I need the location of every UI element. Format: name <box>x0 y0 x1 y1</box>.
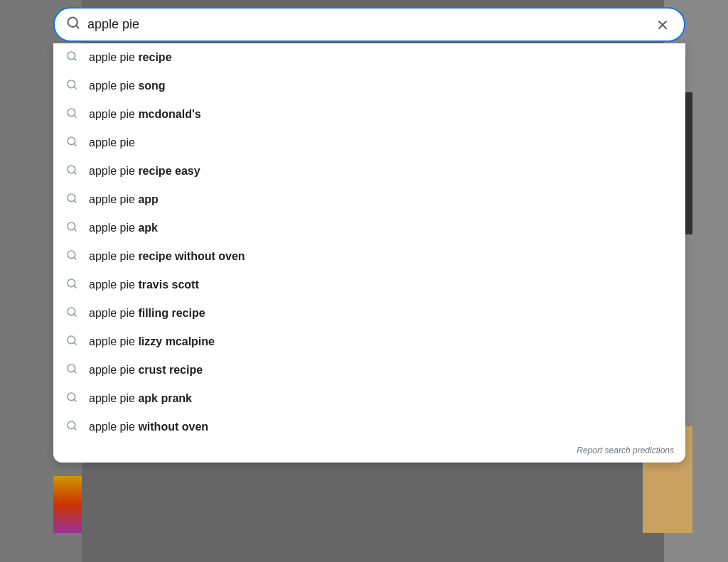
suggestion-item[interactable]: apple pie crust recipe <box>53 356 685 384</box>
svg-line-7 <box>74 87 76 89</box>
suggestion-search-icon <box>65 79 79 93</box>
suggestion-text: apple pie recipe <box>89 51 172 64</box>
suggestion-text: apple pie recipe without oven <box>89 250 245 263</box>
suggestion-item[interactable]: apple pie song <box>53 72 685 100</box>
suggestion-item[interactable]: apple pie <box>53 129 685 157</box>
suggestion-item[interactable]: apple pie app <box>53 185 685 214</box>
clear-button[interactable] <box>653 18 673 32</box>
search-icon <box>66 16 80 33</box>
svg-line-19 <box>74 257 76 259</box>
svg-line-15 <box>74 200 76 202</box>
suggestion-text: apple pie app <box>89 193 159 206</box>
suggestion-text: apple pie travis scott <box>89 279 199 291</box>
search-bar <box>53 7 685 42</box>
suggestion-search-icon <box>65 221 79 235</box>
suggestion-search-icon <box>65 363 79 377</box>
suggestion-search-icon <box>65 391 79 406</box>
suggestion-item[interactable]: apple pie recipe without oven <box>53 242 685 271</box>
suggestion-search-icon <box>65 50 79 65</box>
suggestion-item[interactable]: apple pie without oven <box>53 413 685 441</box>
svg-line-21 <box>74 286 76 288</box>
suggestion-item[interactable]: apple pie lizzy mcalpine <box>53 328 685 356</box>
search-input[interactable] <box>87 17 646 32</box>
suggestion-item[interactable]: apple pie filling recipe <box>53 299 685 328</box>
suggestion-item[interactable]: apple pie recipe <box>53 43 685 72</box>
suggestion-text: apple pie apk <box>89 222 158 234</box>
suggestion-text: apple pie without oven <box>89 421 208 433</box>
suggestion-search-icon <box>65 420 79 434</box>
svg-line-11 <box>74 144 76 146</box>
svg-line-25 <box>74 342 76 345</box>
suggestions-dropdown: apple pie recipeapple pie songapple pie … <box>53 43 685 463</box>
suggestion-search-icon <box>65 335 79 349</box>
suggestion-item[interactable]: apple pie travis scott <box>53 271 685 299</box>
suggestion-text: apple pie filling recipe <box>89 307 205 320</box>
svg-line-23 <box>74 314 76 316</box>
svg-line-17 <box>74 229 76 231</box>
svg-line-5 <box>74 58 76 60</box>
suggestion-search-icon <box>65 306 79 320</box>
suggestion-item[interactable]: apple pie mcdonald's <box>53 100 685 129</box>
svg-line-1 <box>76 26 79 28</box>
svg-line-27 <box>74 371 76 373</box>
suggestion-text: apple pie lizzy mcalpine <box>89 335 215 348</box>
suggestion-item[interactable]: apple pie apk prank <box>53 384 685 413</box>
svg-line-9 <box>74 115 76 117</box>
svg-line-31 <box>74 428 76 430</box>
suggestion-search-icon <box>65 278 79 292</box>
bg-colorful-strip <box>53 476 82 533</box>
svg-line-29 <box>74 399 76 401</box>
suggestion-text: apple pie song <box>89 80 166 92</box>
suggestion-search-icon <box>65 136 79 150</box>
suggestion-search-icon <box>65 193 79 207</box>
suggestion-text: apple pie apk prank <box>89 392 192 405</box>
suggestion-search-icon <box>65 249 79 264</box>
suggestion-item[interactable]: apple pie apk <box>53 214 685 242</box>
suggestion-search-icon <box>65 164 79 178</box>
suggestion-text: apple pie <box>89 136 135 149</box>
suggestion-text: apple pie crust recipe <box>89 364 203 377</box>
suggestion-search-icon <box>65 107 79 121</box>
suggestion-item[interactable]: apple pie recipe easy <box>53 157 685 185</box>
svg-line-13 <box>74 172 76 174</box>
report-search-predictions-link[interactable]: Report search predictions <box>53 441 685 463</box>
suggestion-text: apple pie mcdonald's <box>89 108 201 121</box>
suggestion-text: apple pie recipe easy <box>89 165 200 178</box>
search-container: apple pie recipeapple pie songapple pie … <box>53 7 685 463</box>
